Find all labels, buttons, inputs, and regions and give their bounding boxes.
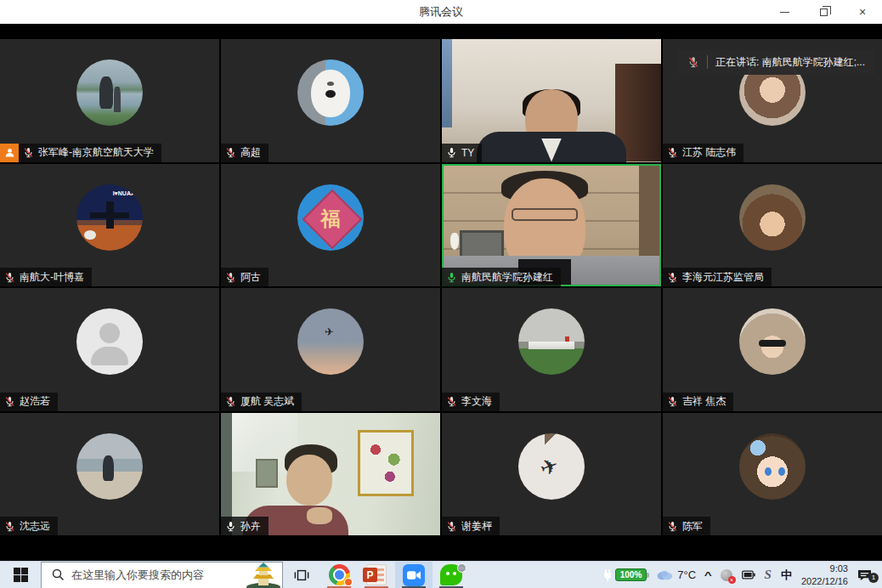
participant-label: TY bbox=[442, 144, 482, 162]
mic-muted-icon bbox=[225, 272, 236, 283]
meeting-video-area: 张军峰-南京航空航天大学高超TY江苏 陆志伟南航大-叶博嘉阿古南航民航学院孙建红… bbox=[0, 39, 882, 535]
close-icon: × bbox=[859, 6, 866, 18]
meeting-bottom-strip bbox=[0, 535, 882, 561]
window-title: 腾讯会议 bbox=[0, 4, 882, 20]
mic-muted-icon bbox=[4, 521, 15, 532]
battery-status[interactable]: 100% bbox=[602, 568, 647, 581]
chrome-notification-badge bbox=[344, 578, 353, 586]
participant-tile[interactable]: 吉祥 焦杰 bbox=[663, 288, 882, 411]
sogou-input-icon[interactable]: S bbox=[765, 568, 772, 582]
avatar-airplane-on-runway bbox=[518, 308, 585, 375]
avatar-airplane-dusk-sky bbox=[297, 308, 364, 375]
participant-label: 南航大-叶博嘉 bbox=[0, 268, 92, 286]
participant-tile[interactable]: TY bbox=[442, 39, 661, 162]
task-view-icon bbox=[294, 568, 309, 583]
participant-label: 阿古 bbox=[221, 268, 269, 286]
search-highlight-pagoda-image bbox=[245, 562, 282, 588]
clock-date: 2022/12/16 bbox=[801, 575, 848, 587]
windows-taskbar: 在这里输入你要搜索的内容 P ··· bbox=[0, 561, 882, 588]
system-tray: 100% 7°C ^ S 中 9:03 2022/12/16 bbox=[602, 562, 882, 588]
participant-tile[interactable]: 李海元江苏监管局 bbox=[663, 164, 882, 287]
action-center-button[interactable]: 1 bbox=[857, 568, 877, 581]
participant-name: TY bbox=[461, 147, 474, 159]
powerpoint-taskbar-button[interactable]: P bbox=[358, 562, 395, 588]
participant-tile[interactable]: 高超 bbox=[221, 39, 440, 162]
battery-tray-icon[interactable] bbox=[742, 570, 755, 580]
participant-tile[interactable]: 李文海 bbox=[442, 288, 661, 411]
avatar-cartoon-polar-bear bbox=[297, 59, 364, 126]
participant-label: 沈志远 bbox=[0, 517, 58, 535]
participant-label: 江苏 陆志伟 bbox=[663, 144, 743, 162]
ime-indicator[interactable]: 中 bbox=[781, 568, 792, 583]
participant-name: 沈志远 bbox=[20, 519, 50, 534]
participant-tile[interactable]: 谢姜枰 bbox=[442, 413, 661, 536]
participant-tile[interactable]: 孙卉 bbox=[221, 413, 440, 536]
mic-muted-icon bbox=[225, 147, 236, 158]
tencent-meeting-taskbar-button[interactable] bbox=[395, 562, 433, 588]
avatar-cartoon-girl bbox=[739, 184, 806, 251]
participant-label: 赵浩若 bbox=[0, 393, 58, 411]
participant-tile[interactable]: 厦航 吴志斌 bbox=[221, 288, 440, 411]
close-button[interactable]: × bbox=[843, 0, 882, 24]
participant-name: 李文海 bbox=[461, 394, 492, 409]
participant-tile[interactable]: 阿古 bbox=[221, 164, 440, 287]
power-plug-icon bbox=[602, 569, 613, 581]
windows-logo-icon bbox=[14, 568, 28, 582]
avatar-nuaa-airplane-sunset bbox=[76, 184, 143, 251]
taskbar-search-input[interactable]: 在这里输入你要搜索的内容 bbox=[41, 562, 283, 588]
wechat-taskbar-button[interactable]: ··· bbox=[433, 562, 470, 588]
participant-name: 谢姜枰 bbox=[461, 519, 492, 534]
notification-count-badge: 1 bbox=[868, 573, 879, 583]
vase-shape bbox=[450, 233, 459, 250]
task-view-button[interactable] bbox=[283, 562, 320, 588]
participant-name: 南航民航学院孙建红 bbox=[461, 270, 553, 285]
search-icon bbox=[52, 568, 65, 581]
participant-tile[interactable]: 赵浩若 bbox=[0, 288, 219, 411]
mic-muted-icon bbox=[4, 396, 15, 407]
participant-tile[interactable]: 南航大-叶博嘉 bbox=[0, 164, 219, 287]
speaking-banner: 正在讲话: 南航民航学院孙建红;... bbox=[677, 49, 875, 75]
participant-label: 孙卉 bbox=[221, 517, 269, 535]
avatar-airplane-overhead-buildings bbox=[518, 433, 585, 500]
participant-tile[interactable]: 陈军 bbox=[663, 413, 882, 536]
clock-time: 9:03 bbox=[801, 563, 848, 574]
start-button[interactable] bbox=[0, 562, 41, 588]
curtain-shape bbox=[442, 39, 452, 127]
mic-muted-icon bbox=[687, 56, 699, 68]
restore-icon bbox=[820, 8, 828, 16]
participant-name: 江苏 陆志伟 bbox=[682, 145, 736, 160]
participant-label: 高超 bbox=[221, 144, 269, 162]
participant-tile[interactable]: 张军峰-南京航空航天大学 bbox=[0, 39, 219, 162]
participant-label: 南航民航学院孙建红 bbox=[442, 268, 561, 286]
mic-muted-icon bbox=[667, 147, 678, 158]
mic-muted-icon bbox=[667, 396, 678, 407]
cloud-icon bbox=[656, 569, 673, 580]
mic-muted-icon bbox=[4, 272, 15, 283]
participant-label: 谢姜枰 bbox=[442, 517, 500, 535]
mic-speaking-icon bbox=[446, 272, 457, 283]
minimize-button[interactable] bbox=[765, 0, 804, 24]
mic-muted-icon bbox=[446, 396, 457, 407]
participant-label: 吉祥 焦杰 bbox=[663, 393, 733, 411]
restore-button[interactable] bbox=[804, 0, 843, 24]
mic-muted-icon bbox=[667, 521, 678, 532]
participant-name: 孙卉 bbox=[240, 519, 261, 534]
weather-widget[interactable]: 7°C bbox=[656, 568, 696, 581]
participant-name: 李海元江苏监管局 bbox=[682, 270, 764, 285]
participant-name: 吉祥 焦杰 bbox=[682, 394, 726, 409]
mic-muted-icon bbox=[225, 396, 236, 407]
sync-error-tray-icon[interactable] bbox=[721, 569, 732, 581]
minimize-icon bbox=[780, 12, 789, 13]
taskbar-clock[interactable]: 9:03 2022/12/16 bbox=[801, 563, 848, 587]
mic-on-icon bbox=[446, 147, 457, 158]
mic-muted-icon bbox=[23, 147, 34, 158]
participant-name: 陈军 bbox=[682, 519, 703, 534]
participant-name: 阿古 bbox=[240, 270, 261, 285]
participant-tile[interactable]: 南航民航学院孙建红 bbox=[442, 164, 661, 287]
participant-tile[interactable]: 沈志远 bbox=[0, 413, 219, 536]
hidden-icons-chevron[interactable]: ^ bbox=[704, 570, 712, 580]
participant-grid: 张军峰-南京航空航天大学高超TY江苏 陆志伟南航大-叶博嘉阿古南航民航学院孙建红… bbox=[0, 39, 882, 535]
participant-name: 张军峰-南京航空航天大学 bbox=[38, 145, 154, 160]
chrome-taskbar-button[interactable] bbox=[320, 562, 358, 588]
meeting-top-strip bbox=[0, 24, 882, 39]
